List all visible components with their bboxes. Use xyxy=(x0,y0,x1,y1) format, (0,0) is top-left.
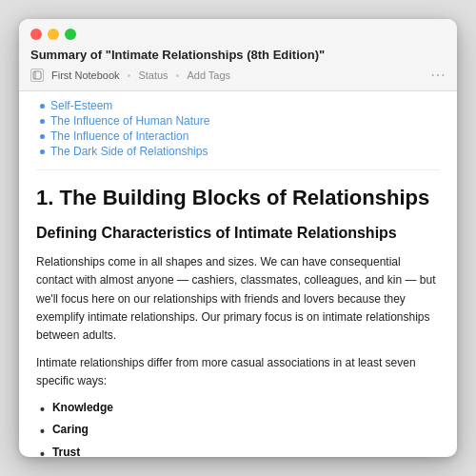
toolbar: First Notebook • Status • Add Tags ⋯ xyxy=(30,68,446,83)
toc-bullet xyxy=(40,149,45,154)
notebook-label[interactable]: First Notebook xyxy=(51,69,120,81)
toc-link[interactable]: Self-Esteem xyxy=(50,99,112,112)
toc-bullet xyxy=(40,134,45,139)
toc-bullet xyxy=(40,119,45,124)
status-label[interactable]: Status xyxy=(138,69,168,81)
minimize-button[interactable] xyxy=(48,29,59,40)
traffic-lights xyxy=(30,29,446,40)
window-title: Summary of "Intimate Relationships (8th … xyxy=(30,48,446,62)
toolbar-sep2: • xyxy=(176,69,180,81)
subsection-title: Defining Characteristics of Intimate Rel… xyxy=(36,224,440,244)
list-item: Caring xyxy=(36,423,440,442)
notebook-icon xyxy=(30,69,44,82)
toc-link[interactable]: The Influence of Interaction xyxy=(50,129,188,143)
section-title: 1. The Building Blocks of Relationships xyxy=(36,186,440,210)
add-tags-label[interactable]: Add Tags xyxy=(187,69,230,81)
list-item: Knowledge xyxy=(36,401,440,420)
toc-link[interactable]: The Dark Side of Relationships xyxy=(50,145,208,158)
characteristics-list: KnowledgeCaringTrustResponsivenessMutual… xyxy=(36,401,440,458)
toc-links: Self-EsteemThe Influence of Human Nature… xyxy=(36,91,440,170)
toc-item: Self-Esteem xyxy=(36,99,440,112)
paragraph-1: Relationships come in all shapes and siz… xyxy=(36,253,440,345)
title-bar: Summary of "Intimate Relationships (8th … xyxy=(19,19,457,91)
toc-link[interactable]: The Influence of Human Nature xyxy=(50,114,209,128)
toc-item: The Influence of Interaction xyxy=(36,129,440,143)
content-area: Self-EsteemThe Influence of Human Nature… xyxy=(19,91,457,457)
more-options-icon[interactable]: ⋯ xyxy=(430,68,446,83)
toolbar-sep: • xyxy=(128,69,131,81)
maximize-button[interactable] xyxy=(65,29,76,40)
app-window: Summary of "Intimate Relationships (8th … xyxy=(19,19,457,457)
toc-item: The Influence of Human Nature xyxy=(36,114,440,128)
close-button[interactable] xyxy=(30,29,42,40)
toc-bullet xyxy=(40,104,45,109)
svg-rect-0 xyxy=(33,71,41,79)
list-item: Trust xyxy=(36,446,440,457)
paragraph-2: Intimate relationships differ from more … xyxy=(36,354,440,390)
toc-item: The Dark Side of Relationships xyxy=(36,145,440,158)
